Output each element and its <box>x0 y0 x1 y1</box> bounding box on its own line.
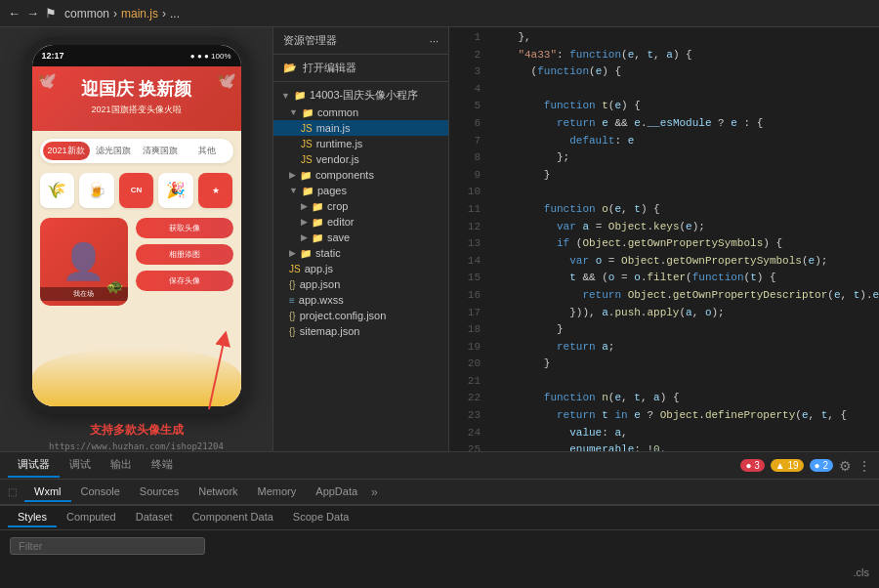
open-editor-btn[interactable]: 📂 打开编辑器 <box>273 55 448 82</box>
project-config-label: project.config.json <box>300 310 387 321</box>
vendor-js-label: vendor.js <box>316 153 359 165</box>
filter-input[interactable] <box>10 537 205 555</box>
file-app-json[interactable]: {} app.json <box>273 276 448 292</box>
left-panel: 12:17 ● ● ● 100% 🕊️ 🕊️ 迎国庆 换新颜 2021国旗搭变头… <box>0 27 273 451</box>
forward-icon[interactable]: → <box>26 6 39 21</box>
sticker-1[interactable]: 🍺 <box>79 173 114 208</box>
phone-tabs: 2021新款 滤光国旗 清爽国旗 其他 <box>40 139 233 163</box>
album-btn[interactable]: 相册添图 <box>136 244 233 265</box>
watermark-container: 支持多款头像生成 https://www.huzhan.com/ishop212… <box>0 422 272 451</box>
file-app-wxss[interactable]: ≡ app.wxss <box>273 292 448 308</box>
sticker-3[interactable]: 🎉 <box>158 173 193 208</box>
file-project-config[interactable]: {} project.config.json <box>273 308 448 323</box>
devtools-subtab-appdata[interactable]: AppData <box>306 483 367 502</box>
phone-tab-2[interactable]: 清爽国旗 <box>137 142 184 160</box>
main-js-label: main.js <box>316 122 351 134</box>
devtools-tab-debug[interactable]: 调试 <box>60 453 101 478</box>
component-data-tab[interactable]: Component Data <box>183 508 283 527</box>
file-tree-more-icon[interactable]: ··· <box>430 35 439 47</box>
project-root[interactable]: ▼ 📁 14003-国庆头像小程序 <box>273 86 448 105</box>
phone-tab-1[interactable]: 滤光国旗 <box>90 142 137 160</box>
file-tree-header: 资源管理器 ··· <box>273 27 448 55</box>
computed-tab[interactable]: Computed <box>57 508 126 527</box>
components-folder-icon: 📁 <box>300 170 312 181</box>
editor-folder-icon: 📁 <box>312 217 323 228</box>
runtime-js-icon: JS <box>301 139 313 149</box>
middle-panel: 资源管理器 ··· 📂 打开编辑器 ▼ 📁 14003-国庆头像小程序 ▼ 📁 … <box>273 27 449 451</box>
project-config-icon: {} <box>289 311 296 321</box>
save-label: save <box>327 231 350 243</box>
right-panel: 12345 678910 1112131415 1617181920 21222… <box>449 27 879 451</box>
folder-static[interactable]: ▶ 📁 static <box>273 245 448 261</box>
app-wxss-label: app.wxss <box>299 294 344 306</box>
sticker-0[interactable]: 🌾 <box>40 173 75 208</box>
devtools-subtab-console[interactable]: Console <box>71 483 130 502</box>
phone-header-subtitle: 2021国旗搭变头像火啦 <box>42 104 231 116</box>
decorative-right: 🕊️ <box>217 71 236 90</box>
devtools-subtab-memory[interactable]: Memory <box>248 483 307 502</box>
dataset-tab[interactable]: Dataset <box>126 508 183 527</box>
devtools-more-icon[interactable]: ⋮ <box>858 458 871 474</box>
breadcrumb-file[interactable]: main.js <box>121 7 158 21</box>
folder-common[interactable]: ▼ 📁 common <box>273 105 448 120</box>
phone-tab-0[interactable]: 2021新款 <box>43 142 90 160</box>
devtools-subtab-sources[interactable]: Sources <box>130 483 188 502</box>
devtools-tab-terminal[interactable]: 终端 <box>142 453 183 478</box>
pages-label: pages <box>317 185 347 196</box>
runtime-js-label: runtime.js <box>316 138 363 149</box>
line-numbers: 12345 678910 1112131415 1617181920 21222… <box>449 27 484 451</box>
decorative-left: 🕊️ <box>37 71 57 90</box>
sitemap-icon: {} <box>289 326 296 337</box>
bookmark-icon[interactable]: ⚑ <box>45 6 57 21</box>
file-main-js[interactable]: JS main.js <box>273 120 448 136</box>
components-arrow: ▶ <box>289 170 296 180</box>
devtools-gear-icon[interactable]: ⚙ <box>839 458 852 474</box>
phone-tab-3[interactable]: 其他 <box>184 142 230 160</box>
sticker-2[interactable]: CN <box>119 173 154 208</box>
main-js-icon: JS <box>301 123 313 134</box>
inspector-icon[interactable]: ⬚ <box>8 486 17 497</box>
more-subtabs-icon[interactable]: » <box>371 485 378 499</box>
breadcrumb-common[interactable]: common <box>64 7 109 21</box>
pages-arrow: ▼ <box>289 186 298 195</box>
file-sitemap[interactable]: {} sitemap.json <box>273 323 448 339</box>
folder-save[interactable]: ▶ 📁 save <box>273 230 448 245</box>
get-avatar-btn[interactable]: 获取头像 <box>136 218 233 238</box>
devtools-subtab-network[interactable]: Network <box>188 483 247 502</box>
devtools-tab-debugger[interactable]: 调试器 <box>8 453 60 478</box>
editor-arrow: ▶ <box>301 217 308 227</box>
breadcrumb-more: ... <box>170 7 180 21</box>
code-editor-content[interactable]: }, "4a33": function(e, t, a) { (function… <box>484 27 879 451</box>
folder-pages[interactable]: ▼ 📁 pages <box>273 183 448 198</box>
folder-crop[interactable]: ▶ 📁 crop <box>273 198 448 214</box>
pages-folder-icon: 📁 <box>302 186 314 196</box>
open-editor-label: 打开编辑器 <box>303 61 356 75</box>
save-avatar-btn[interactable]: 保存头像 <box>136 271 233 291</box>
devtools-tab-icons: ● 3 ▲ 19 ● 2 ⚙ ⋮ <box>740 458 871 474</box>
back-icon[interactable]: ← <box>8 6 21 21</box>
app-json-icon: {} <box>289 279 296 290</box>
devtools-subtab-wxml[interactable]: Wxml <box>24 483 71 502</box>
top-bar: ← → ⚑ common › main.js › ... <box>0 0 879 27</box>
crop-folder-icon: 📁 <box>312 201 323 212</box>
breadcrumb: common › main.js › ... <box>64 7 180 21</box>
styles-tab[interactable]: Styles <box>8 508 57 527</box>
watermark-url: https://www.huzhan.com/ishop21204 <box>0 441 272 451</box>
folder-components[interactable]: ▶ 📁 components <box>273 167 448 183</box>
common-folder-icon: 📁 <box>302 107 314 118</box>
static-arrow: ▶ <box>289 248 296 258</box>
sticker-4[interactable]: ★ <box>198 173 233 208</box>
phone-time: 12:17 <box>42 51 64 61</box>
phone-battery: ● ● ● 100% <box>190 52 231 61</box>
common-collapse-icon: ▼ <box>289 107 298 117</box>
file-tree-body: ▼ 📁 14003-国庆头像小程序 ▼ 📁 common JS main.js … <box>273 82 448 451</box>
file-runtime-js[interactable]: JS runtime.js <box>273 136 448 151</box>
toolbar-icons: ← → ⚑ <box>8 6 57 21</box>
code-area: 12345 678910 1112131415 1617181920 21222… <box>449 27 879 451</box>
devtools-tab-output[interactable]: 输出 <box>101 453 142 478</box>
file-vendor-js[interactable]: JS vendor.js <box>273 151 448 167</box>
file-app-js[interactable]: JS app.js <box>273 261 448 276</box>
scope-data-tab[interactable]: Scope Data <box>283 508 358 527</box>
phone-header: 🕊️ 🕊️ 迎国庆 换新颜 2021国旗搭变头像火啦 <box>32 66 241 131</box>
folder-editor[interactable]: ▶ 📁 editor <box>273 214 448 230</box>
